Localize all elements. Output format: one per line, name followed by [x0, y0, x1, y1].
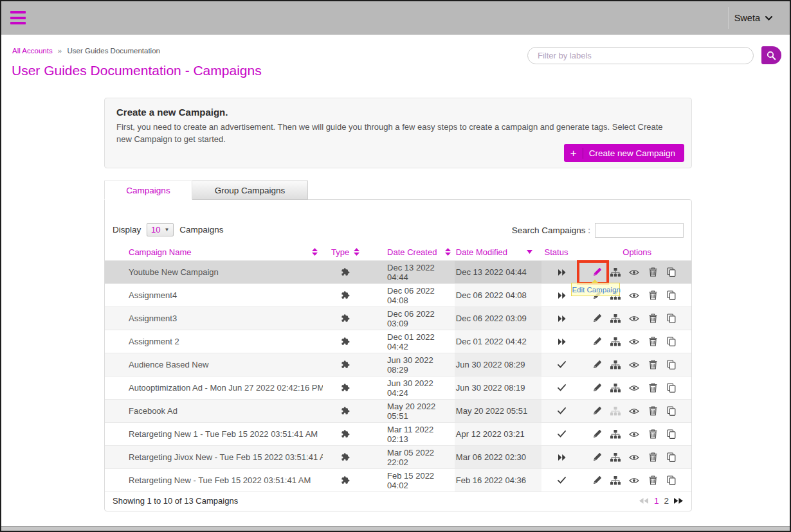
preview-eye-icon-button[interactable]	[629, 337, 639, 347]
delete-trash-icon-button[interactable]	[648, 383, 658, 393]
table-row[interactable]: Facebook Ad May 20 2022 05:51 May 20 202…	[105, 400, 691, 423]
create-new-campaign-button[interactable]: + Create new Campaign	[564, 144, 684, 162]
preview-eye-icon-button[interactable]	[629, 429, 639, 439]
edit-campaign-icon-button[interactable]	[592, 429, 602, 439]
table-row[interactable]: Assignment3 Dec 06 2022 03:09 Dec 06 202…	[105, 307, 691, 330]
campaign-name: Retargeting New 1 - Tue Feb 15 2022 03:5…	[105, 423, 323, 445]
delete-trash-icon-button[interactable]	[648, 267, 658, 278]
status-completed-icon	[558, 430, 566, 438]
copy-duplicate-icon-button[interactable]	[666, 475, 677, 486]
table-header: Campaign Name Type Date Created Date Mod…	[105, 244, 691, 260]
copy-duplicate-icon-button[interactable]	[666, 429, 677, 439]
campaign-hierarchy-icon-button[interactable]	[610, 314, 621, 324]
date-modified: Dec 01 2022 04:42	[455, 330, 541, 353]
delete-trash-icon-button[interactable]	[648, 475, 658, 486]
pagination-page-2[interactable]: 2	[664, 496, 669, 506]
campaign-name: Retargeting New - Tue Feb 15 2022 03:51:…	[105, 469, 323, 492]
campaign-hierarchy-icon-button[interactable]	[610, 452, 621, 463]
date-modified: Apr 12 2022 03:21	[455, 423, 541, 445]
delete-trash-icon-button[interactable]	[648, 337, 658, 347]
copy-duplicate-icon-button[interactable]	[666, 290, 677, 301]
create-button-label: Create new Campaign	[589, 148, 675, 158]
campaign-type-puzzle-icon	[341, 337, 350, 346]
table-row[interactable]: Audience Based New Jun 30 2022 08:29 Jun…	[105, 353, 691, 377]
edit-campaign-icon-button[interactable]	[592, 314, 602, 324]
date-created: Jun 30 2022 04:24	[368, 377, 455, 399]
pagination-next-icon[interactable]	[674, 498, 684, 504]
delete-trash-icon-button[interactable]	[648, 452, 658, 463]
edit-campaign-icon-button[interactable]	[592, 267, 602, 278]
campaign-hierarchy-icon-button[interactable]	[610, 406, 621, 416]
campaign-hierarchy-icon-button[interactable]	[610, 337, 621, 347]
window-bottom-strip	[1, 526, 790, 531]
copy-duplicate-icon-button[interactable]	[666, 360, 677, 370]
preview-eye-icon-button[interactable]	[629, 360, 639, 370]
header-date-modified[interactable]: Date Modified	[455, 247, 541, 257]
hamburger-menu-icon[interactable]	[10, 11, 26, 25]
table-row[interactable]: Retargeting New 1 - Tue Feb 15 2022 03:5…	[105, 423, 691, 446]
edit-campaign-icon-button[interactable]	[592, 337, 602, 347]
preview-eye-icon-button[interactable]	[629, 383, 639, 393]
app-window: Sweta All Accounts » User Guides Documen…	[0, 0, 791, 532]
preview-eye-icon-button[interactable]	[629, 267, 639, 278]
label-search-button[interactable]	[761, 46, 781, 64]
campaign-hierarchy-icon-button[interactable]	[610, 383, 621, 393]
edit-campaign-icon-button[interactable]	[592, 452, 602, 463]
campaign-hierarchy-icon-button[interactable]	[610, 360, 621, 370]
edit-campaign-icon-button[interactable]	[592, 383, 602, 393]
display-count-dropdown[interactable]: 10 ▼	[147, 223, 174, 236]
table-row[interactable]: Autooptimization Ad - Mon Jun 27 2022 02…	[105, 377, 691, 400]
table-row[interactable]: Youtube New Campaign Dec 13 2022 04:44 D…	[105, 261, 691, 284]
copy-duplicate-icon-button[interactable]	[666, 406, 677, 416]
edit-campaign-icon-button[interactable]	[592, 406, 602, 416]
edit-campaign-icon-button[interactable]	[592, 475, 602, 486]
delete-trash-icon-button[interactable]	[648, 406, 658, 416]
copy-duplicate-icon-button[interactable]	[666, 452, 677, 463]
delete-trash-icon-button[interactable]	[648, 429, 658, 439]
date-created: Dec 06 2022 03:09	[368, 307, 455, 330]
search-icon	[767, 51, 776, 60]
header-campaign-name[interactable]: Campaign Name	[105, 247, 323, 257]
search-campaigns-input[interactable]	[595, 223, 684, 238]
copy-duplicate-icon-button[interactable]	[666, 337, 677, 347]
breadcrumb-all-accounts-link[interactable]: All Accounts	[12, 47, 53, 55]
copy-duplicate-icon-button[interactable]	[666, 383, 677, 393]
table-row[interactable]: Retargeting New - Tue Feb 15 2022 03:51:…	[105, 469, 691, 492]
delete-trash-icon-button[interactable]	[648, 290, 658, 301]
header-type[interactable]: Type	[323, 247, 368, 257]
table-row[interactable]: Retargeting Jivox New - Tue Feb 15 2022 …	[105, 446, 691, 469]
tab-group-campaigns[interactable]: Group Campaigns	[192, 181, 308, 200]
tab-campaigns[interactable]: Campaigns	[104, 181, 192, 200]
date-modified: Feb 16 2022 04:36	[455, 469, 541, 492]
campaign-name: Autooptimization Ad - Mon Jun 27 2022 02…	[105, 377, 323, 399]
campaign-type-puzzle-icon	[341, 291, 350, 299]
campaign-type-puzzle-icon	[341, 407, 350, 415]
table-row[interactable]: Assignment 2 Dec 01 2022 04:42 Dec 01 20…	[105, 330, 691, 353]
header-date-created[interactable]: Date Created	[368, 247, 455, 257]
delete-trash-icon-button[interactable]	[648, 314, 658, 324]
user-menu[interactable]: Sweta	[734, 1, 772, 35]
sort-down-icon	[527, 250, 532, 254]
preview-eye-icon-button[interactable]	[629, 452, 639, 463]
campaign-type-puzzle-icon	[341, 360, 350, 369]
campaign-type-puzzle-icon	[341, 453, 350, 461]
preview-eye-icon-button[interactable]	[629, 314, 639, 324]
date-modified: May 20 2022 05:51	[455, 400, 541, 422]
pagination-page-1[interactable]: 1	[654, 496, 659, 506]
date-modified: Jun 30 2022 08:19	[455, 377, 541, 399]
preview-eye-icon-button[interactable]	[629, 475, 639, 486]
copy-duplicate-icon-button[interactable]	[666, 314, 677, 324]
campaign-type-puzzle-icon	[341, 384, 350, 392]
delete-trash-icon-button[interactable]	[648, 360, 658, 370]
filter-by-labels-input[interactable]	[527, 47, 754, 64]
campaign-hierarchy-icon-button[interactable]	[610, 475, 621, 486]
edit-campaign-icon-button[interactable]	[592, 360, 602, 370]
copy-duplicate-icon-button[interactable]	[666, 267, 677, 278]
preview-eye-icon-button[interactable]	[629, 406, 639, 416]
preview-eye-icon-button[interactable]	[629, 290, 639, 301]
date-modified: Jun 30 2022 08:29	[455, 353, 541, 376]
date-created: Dec 13 2022 04:44	[368, 261, 455, 283]
campaign-hierarchy-icon-button[interactable]	[610, 267, 621, 278]
date-created: Dec 01 2022 04:42	[368, 330, 455, 353]
campaign-hierarchy-icon-button[interactable]	[610, 429, 621, 439]
